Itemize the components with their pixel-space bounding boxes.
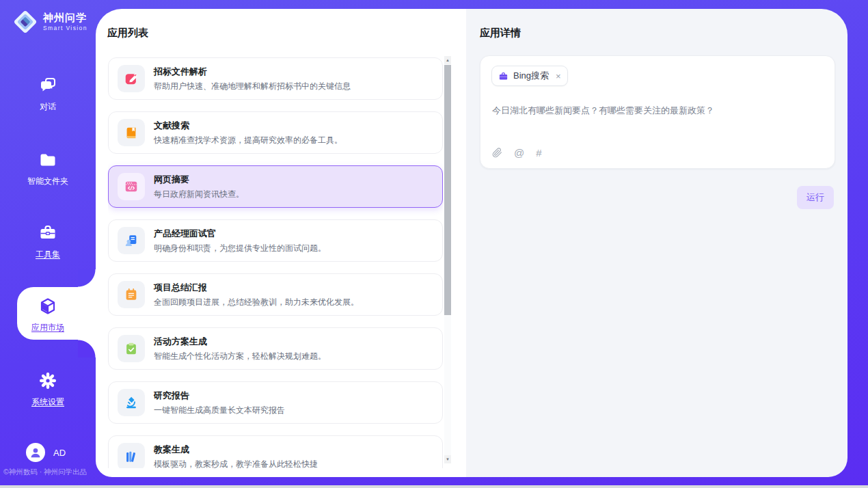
app-card-desc: 模板驱动，教案秒成，教学准备从此轻松快捷 [154, 459, 318, 469]
edit-document-icon [124, 71, 139, 86]
mention-icon[interactable]: @ [514, 147, 524, 159]
app-card-title: 研究报告 [154, 390, 285, 402]
app-card-literature-search[interactable]: 文献搜索 快速精准查找学术资源，提高研究效率的必备工具。 [108, 111, 443, 154]
avatar [26, 443, 45, 462]
app-icon-box [118, 119, 145, 146]
bottom-edge-strip [0, 485, 868, 488]
sidebar: 神州问学 Smart Vision 对话 智能文件夹 工具集 [0, 0, 96, 488]
briefcase-icon [498, 71, 508, 81]
sidebar-item-app-market[interactable]: 应用市场 [0, 297, 96, 334]
scrollbar-down-icon[interactable]: ▼ [444, 455, 451, 463]
app-icon-box [118, 173, 145, 200]
sidebar-item-settings[interactable]: 系统设置 [0, 371, 96, 408]
clipboard-check-icon [124, 341, 139, 356]
brand-subtitle: Smart Vision [43, 25, 87, 31]
chip-close-icon[interactable]: × [556, 71, 561, 81]
list-scrollbar[interactable]: ▲ ▼ [444, 56, 451, 463]
app-card-title: 教案生成 [154, 444, 318, 456]
app-card-pm-interviewer[interactable]: 产品经理面试官 明确身份和职责，为您提供专业性的面试问题。 [108, 219, 443, 262]
app-card-lesson-plan[interactable]: 教案生成 模板驱动，教案秒成，教学准备从此轻松快捷 [108, 435, 443, 468]
report-note-icon [124, 287, 139, 302]
composer-card: Bing搜索 × 今日湖北有哪些新闻要点？有哪些需要关注的最新政策？ @ # [480, 55, 835, 169]
sidebar-item-label: 工具集 [0, 249, 96, 260]
app-list-title: 应用列表 [107, 27, 148, 40]
app-icon-box [118, 335, 145, 362]
webpage-code-icon [124, 179, 139, 194]
app-icon-box [118, 227, 145, 254]
main-content: 应用列表 招标文件解析 帮助用户快速、准确地理解和解析招标书中的关键信息 [96, 9, 847, 477]
app-card-title: 文献搜索 [154, 120, 342, 132]
app-card-title: 网页摘要 [154, 174, 244, 186]
app-icon-box [118, 281, 145, 308]
run-button[interactable]: 运行 [797, 186, 834, 209]
user-account[interactable]: AD [26, 443, 66, 462]
app-card-bid-analysis[interactable]: 招标文件解析 帮助用户快速、准确地理解和解析招标书中的关键信息 [108, 57, 443, 100]
sidebar-item-label: 对话 [0, 101, 96, 113]
app-icon-box [118, 389, 145, 416]
app-card-title: 活动方案生成 [154, 336, 326, 348]
app-card-desc: 快速精准查找学术资源，提高研究效率的必备工具。 [154, 135, 342, 146]
app-card-research-report[interactable]: 研究报告 一键智能生成高质量长文本研究报告 [108, 381, 443, 424]
paperclip-icon[interactable] [492, 148, 502, 158]
user-label: AD [53, 448, 66, 458]
app-detail-title: 应用详情 [480, 27, 521, 40]
app-card-project-summary[interactable]: 项目总结汇报 全面回顾项目进展，总结经验教训，助力未来优化发展。 [108, 273, 443, 316]
sidebar-item-smart-folder[interactable]: 智能文件夹 [0, 150, 96, 187]
brand-logo: 神州问学 Smart Vision [12, 9, 87, 35]
books-icon [124, 449, 139, 464]
app-icon-box [118, 65, 145, 92]
sidebar-item-label: 智能文件夹 [0, 176, 96, 187]
app-card-desc: 帮助用户快速、准确地理解和解析招标书中的关键信息 [154, 81, 351, 92]
toolbox-icon [38, 223, 57, 243]
app-card-title: 项目总结汇报 [154, 282, 359, 294]
tool-chip-bing-search[interactable]: Bing搜索 × [491, 66, 568, 86]
app-card-desc: 一键智能生成高质量长文本研究报告 [154, 405, 285, 416]
interviewer-icon [124, 233, 139, 248]
scrollbar-up-icon[interactable]: ▲ [444, 56, 451, 64]
app-detail-panel: 应用详情 Bing搜索 × 今日湖北有哪些新闻要点？有哪些需要关注的最新政策？ … [466, 9, 847, 477]
chat-icon [38, 76, 57, 95]
person-icon [28, 445, 43, 460]
sidebar-item-toolset[interactable]: 工具集 [0, 223, 96, 260]
cube-icon [38, 297, 57, 316]
brand-name: 神州问学 [43, 12, 87, 24]
gear-icon [38, 371, 57, 390]
app-list: 招标文件解析 帮助用户快速、准确地理解和解析招标书中的关键信息 文献搜索 快速精… [108, 57, 443, 468]
sidebar-item-label: 应用市场 [0, 322, 96, 334]
book-icon [124, 125, 139, 140]
composer-toolbar: @ # [492, 147, 542, 159]
microscope-icon [124, 395, 139, 410]
app-card-desc: 全面回顾项目进展，总结经验教训，助力未来优化发展。 [154, 297, 359, 308]
sidebar-item-chat[interactable]: 对话 [0, 76, 96, 113]
app-card-title: 产品经理面试官 [154, 228, 326, 240]
app-list-panel: 应用列表 招标文件解析 帮助用户快速、准确地理解和解析招标书中的关键信息 [96, 9, 466, 477]
scrollbar-thumb[interactable] [444, 65, 451, 315]
app-card-title: 招标文件解析 [154, 66, 351, 78]
query-text[interactable]: 今日湖北有哪些新闻要点？有哪些需要关注的最新政策？ [492, 104, 824, 118]
tool-chip-label: Bing搜索 [513, 70, 549, 82]
app-card-event-plan[interactable]: 活动方案生成 智能生成个性化活动方案，轻松解决规划难题。 [108, 327, 443, 370]
hash-icon[interactable]: # [536, 147, 541, 159]
sidebar-item-label: 系统设置 [0, 396, 96, 408]
app-card-desc: 每日政府新闻资讯快查。 [154, 189, 244, 200]
app-card-web-summary[interactable]: 网页摘要 每日政府新闻资讯快查。 [108, 165, 443, 208]
brand-diamond-icon [12, 9, 38, 35]
app-icon-box [118, 443, 145, 468]
app-card-desc: 明确身份和职责，为您提供专业性的面试问题。 [154, 243, 326, 254]
app-card-desc: 智能生成个性化活动方案，轻松解决规划难题。 [154, 351, 326, 362]
folder-icon [38, 150, 57, 170]
sidebar-footer: ©神州数码 · 神州问学出品 [3, 467, 96, 477]
